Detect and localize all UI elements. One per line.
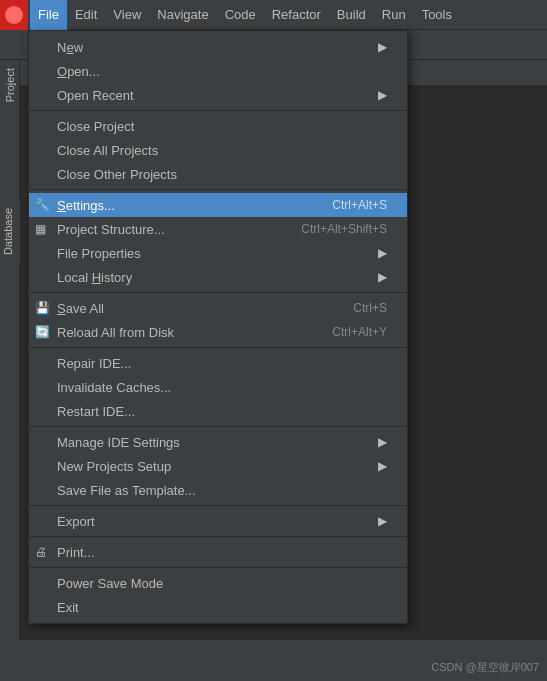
project-structure-icon: ▦ — [35, 222, 46, 236]
menu-run[interactable]: Run — [374, 0, 414, 30]
print-icon: 🖨 — [35, 545, 47, 559]
divider-6 — [29, 505, 407, 506]
menu-item-print[interactable]: 🖨 Print... — [29, 540, 407, 564]
menu-item-export[interactable]: Export ▶ — [29, 509, 407, 533]
file-dropdown-menu: New ▶ Open... Open Recent ▶ Close Projec… — [28, 30, 408, 624]
reload-icon: 🔄 — [35, 325, 50, 339]
menu-build[interactable]: Build — [329, 0, 374, 30]
menu-item-settings[interactable]: 🔧 Settings... Ctrl+Alt+S — [29, 193, 407, 217]
divider-2 — [29, 189, 407, 190]
divider-3 — [29, 292, 407, 293]
menu-item-close-project[interactable]: Close Project — [29, 114, 407, 138]
menu-item-close-other-projects[interactable]: Close Other Projects — [29, 162, 407, 186]
menu-item-restart-ide[interactable]: Restart IDE... — [29, 399, 407, 423]
menu-item-manage-ide-settings[interactable]: Manage IDE Settings ▶ — [29, 430, 407, 454]
app-logo — [0, 0, 28, 30]
divider-4 — [29, 347, 407, 348]
menu-view[interactable]: View — [105, 0, 149, 30]
save-icon: 💾 — [35, 301, 50, 315]
arrow-icon: ▶ — [378, 270, 387, 284]
menu-item-invalidate-caches[interactable]: Invalidate Caches... — [29, 375, 407, 399]
menu-item-new-projects-setup[interactable]: New Projects Setup ▶ — [29, 454, 407, 478]
menu-file[interactable]: File — [30, 0, 67, 30]
menu-item-reload-disk[interactable]: 🔄 Reload All from Disk Ctrl+Alt+Y — [29, 320, 407, 344]
watermark: CSDN @星空彼岸007 — [431, 660, 539, 675]
divider-1 — [29, 110, 407, 111]
menu-item-project-structure[interactable]: ▦ Project Structure... Ctrl+Alt+Shift+S — [29, 217, 407, 241]
menu-item-open-recent[interactable]: Open Recent ▶ — [29, 83, 407, 107]
menu-item-repair-ide[interactable]: Repair IDE... — [29, 351, 407, 375]
settings-icon: 🔧 — [35, 198, 50, 212]
menubar: File Edit View Navigate Code Refactor Bu… — [0, 0, 547, 30]
menu-code[interactable]: Code — [217, 0, 264, 30]
menu-item-power-save-mode[interactable]: Power Save Mode — [29, 571, 407, 595]
arrow-icon: ▶ — [378, 435, 387, 449]
menu-item-open[interactable]: Open... — [29, 59, 407, 83]
menu-navigate[interactable]: Navigate — [149, 0, 216, 30]
menu-item-local-history[interactable]: Local History ▶ — [29, 265, 407, 289]
arrow-icon: ▶ — [378, 40, 387, 54]
database-tab-label[interactable]: Database — [0, 200, 16, 263]
divider-8 — [29, 567, 407, 568]
menu-tools[interactable]: Tools — [414, 0, 460, 30]
menu-item-exit[interactable]: Exit — [29, 595, 407, 619]
menu-refactor[interactable]: Refactor — [264, 0, 329, 30]
divider-7 — [29, 536, 407, 537]
arrow-icon: ▶ — [378, 88, 387, 102]
menu-item-close-all-projects[interactable]: Close All Projects — [29, 138, 407, 162]
menu-item-save-all[interactable]: 💾 Save All Ctrl+S — [29, 296, 407, 320]
menu-edit[interactable]: Edit — [67, 0, 105, 30]
logo-icon — [5, 6, 23, 24]
arrow-icon: ▶ — [378, 514, 387, 528]
menu-item-file-properties[interactable]: File Properties ▶ — [29, 241, 407, 265]
menu-item-save-file-template[interactable]: Save File as Template... — [29, 478, 407, 502]
arrow-icon: ▶ — [378, 459, 387, 473]
panel-project[interactable]: Project — [2, 60, 18, 110]
divider-5 — [29, 426, 407, 427]
side-panel-left: Project — [0, 60, 20, 640]
arrow-icon: ▶ — [378, 246, 387, 260]
panel-database[interactable]: Database — [0, 200, 20, 263]
menu-item-new[interactable]: New ▶ — [29, 35, 407, 59]
